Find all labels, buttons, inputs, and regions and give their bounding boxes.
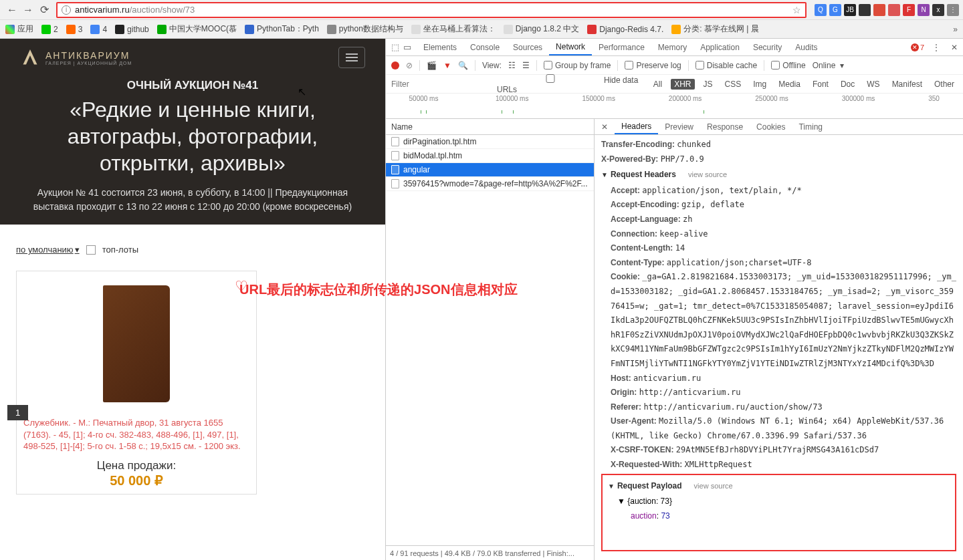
extension-icon[interactable] [859, 4, 871, 16]
filter-type-doc[interactable]: Doc [837, 79, 858, 90]
devtools-tab-elements[interactable]: Elements [417, 39, 463, 55]
view-source-link-payload[interactable]: view source [694, 482, 733, 490]
hide-data-urls-checkbox[interactable]: Hide data URLs [497, 74, 645, 94]
bookmark-star-icon[interactable]: ☆ [792, 5, 801, 15]
extension-icons: QGJBFNx⋮ [811, 4, 959, 16]
lot-card[interactable]: ♡ 1 Служебник. - М.: Печатный двор, 31 а… [16, 271, 257, 495]
devtools-tab-network[interactable]: Network [549, 39, 592, 55]
apps-button[interactable]: 应用 [5, 23, 33, 35]
bookmark-item[interactable]: Django 1.8.2 中文 [504, 23, 579, 35]
devtools-tab-console[interactable]: Console [463, 39, 506, 55]
bookmark-item[interactable]: PythonTab：Pyth [245, 23, 319, 35]
filter-type-manifest[interactable]: Manifest [889, 79, 926, 90]
brand-logo[interactable]: АНТИКВАРИУМ ГАЛЕРЕЯ | АУКЦИОННЫЙ ДОМ [20, 47, 132, 67]
request-row[interactable]: dirPagination.tpl.htm [386, 135, 594, 149]
top-lots-label: топ-лоты [102, 245, 138, 255]
network-timeline[interactable]: 50000 ms100000 ms150000 ms200000 ms25000… [386, 94, 963, 119]
bookmark-item[interactable]: 分类: 慕学在线网 | 晨 [671, 23, 758, 35]
reload-button[interactable]: ⟳ [37, 3, 51, 17]
timeline-tick: 50000 ms [409, 95, 439, 102]
filter-icon[interactable]: ▼ [443, 61, 451, 70]
filter-type-js[interactable]: JS [700, 79, 716, 90]
request-header-row: Connection: keep-alive [611, 227, 956, 242]
bookmark-item[interactable]: 坐在马桶上看算法： [411, 23, 496, 35]
small-rows-icon[interactable]: ☰ [522, 61, 530, 70]
filter-type-other[interactable]: Other [931, 79, 958, 90]
request-headers-section[interactable]: ▼Request Headersview source [601, 168, 956, 182]
detail-tab-headers[interactable]: Headers [615, 119, 658, 134]
extension-icon[interactable]: Q [815, 4, 827, 16]
logo-icon [20, 47, 40, 67]
large-rows-icon[interactable]: ☷ [508, 61, 516, 70]
forward-button[interactable]: → [21, 3, 35, 17]
top-lots-checkbox[interactable] [86, 245, 96, 255]
clear-icon[interactable]: ⊘ [406, 61, 413, 70]
url-bar[interactable]: i anticvarium.ru/auction/show/73 ☆ [56, 2, 807, 18]
bookmark-item[interactable]: python数据结构与 [327, 23, 403, 35]
heart-icon[interactable]: ♡ [235, 278, 248, 295]
bookmark-item[interactable]: 2 [41, 25, 58, 34]
disable-cache-checkbox[interactable]: Disable cache [696, 61, 757, 70]
filter-type-ws[interactable]: WS [863, 79, 883, 90]
menu-button[interactable] [338, 47, 365, 68]
sort-default-link[interactable]: по умолчанию▾ [16, 245, 80, 255]
detail-tab-preview[interactable]: Preview [658, 119, 700, 134]
extension-icon[interactable] [888, 4, 900, 16]
filter-input[interactable] [391, 80, 492, 89]
group-by-frame-checkbox[interactable]: Group by frame [544, 61, 611, 70]
filter-type-xhr[interactable]: XHR [671, 79, 694, 90]
filter-type-img[interactable]: Img [750, 79, 770, 90]
request-row[interactable]: angular [386, 163, 594, 177]
extension-icon[interactable]: F [903, 4, 915, 16]
devtools-tab-memory[interactable]: Memory [651, 39, 693, 55]
view-source-link[interactable]: view source [688, 170, 727, 178]
extension-icon[interactable] [873, 4, 885, 16]
filter-type-all[interactable]: All [650, 79, 665, 90]
devtools-tab-security[interactable]: Security [746, 39, 788, 55]
url-host: anticvarium.ru [75, 5, 130, 15]
bookmark-item[interactable]: 4 [90, 25, 107, 34]
close-details-icon[interactable]: ✕ [595, 122, 615, 132]
bookmark-item[interactable]: 中国大学MOOC(慕 [157, 23, 237, 35]
record-button[interactable] [391, 61, 399, 69]
name-column-header[interactable]: Name [386, 119, 594, 135]
bookmarks-overflow-icon[interactable]: » [953, 25, 958, 34]
filter-type-media[interactable]: Media [775, 79, 804, 90]
bookmark-item[interactable]: 3 [66, 25, 83, 34]
offline-checkbox[interactable]: Offline [771, 61, 805, 70]
extension-icon[interactable]: G [829, 4, 841, 16]
payload-kv: auction: 73 [617, 509, 950, 524]
detail-tab-timing[interactable]: Timing [792, 119, 829, 134]
devtools-tab-application[interactable]: Application [693, 39, 746, 55]
devtools-close-icon[interactable]: ✕ [946, 43, 963, 52]
error-count[interactable]: ✕7 [911, 43, 927, 51]
preserve-log-checkbox[interactable]: Preserve log [625, 61, 681, 70]
request-row[interactable]: 35976415?wmode=7&page-ref=http%3A%2F%2F.… [386, 177, 594, 191]
filter-type-css[interactable]: CSS [722, 79, 745, 90]
inspect-icon[interactable]: ⬚ [391, 42, 399, 52]
extension-icon[interactable]: JB [844, 4, 856, 16]
throttling-select[interactable]: Online ▾ [813, 61, 844, 70]
devtools-tab-sources[interactable]: Sources [506, 39, 549, 55]
search-icon[interactable]: 🔍 [458, 61, 468, 70]
devtools-tab-performance[interactable]: Performance [592, 39, 651, 55]
devtools-tab-audits[interactable]: Audits [788, 39, 824, 55]
request-header-row: User-Agent: Mozilla/5.0 (Windows NT 6.1;… [611, 414, 956, 443]
detail-tab-cookies[interactable]: Cookies [750, 119, 792, 134]
timeline-tick: 350 [928, 95, 940, 102]
extension-icon[interactable]: N [918, 4, 930, 16]
extension-icon[interactable]: x [932, 4, 944, 16]
lot-image [22, 277, 251, 410]
extension-icon[interactable]: ⋮ [947, 4, 959, 16]
devtools-menu-icon[interactable]: ⋮ [927, 43, 946, 52]
timeline-tick: 100000 ms [496, 95, 528, 102]
request-row[interactable]: bidModal.tpl.htm [386, 149, 594, 163]
detail-tab-response[interactable]: Response [700, 119, 750, 134]
back-button[interactable]: ← [5, 3, 19, 17]
device-icon[interactable]: ▭ [403, 42, 411, 52]
bookmark-item[interactable]: github [115, 25, 149, 34]
bookmark-item[interactable]: Django-Redis 4.7. [587, 25, 663, 34]
site-info-icon[interactable]: i [62, 5, 71, 15]
filter-type-font[interactable]: Font [809, 79, 832, 90]
capture-icon[interactable]: 🎬 [427, 61, 437, 70]
